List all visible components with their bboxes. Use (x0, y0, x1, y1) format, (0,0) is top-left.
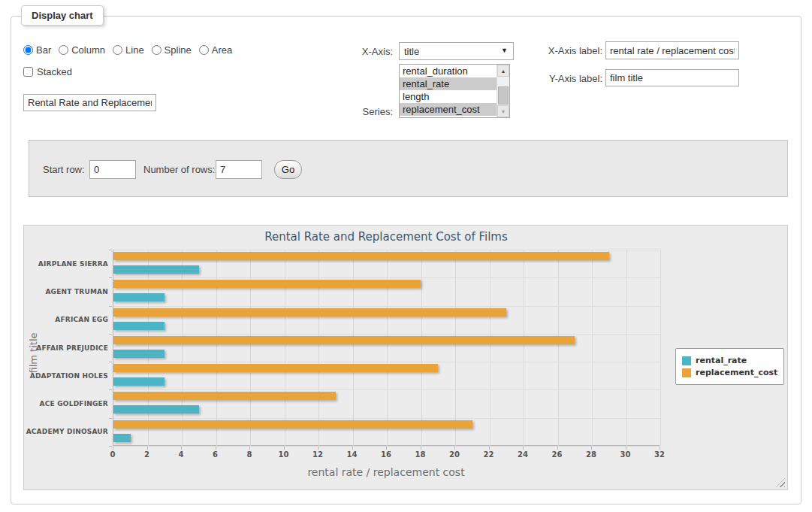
bar-rental_rate[interactable] (113, 405, 199, 414)
y-tick-mark (109, 306, 112, 307)
bar-rental_rate[interactable] (113, 265, 199, 274)
chart-title-input[interactable] (23, 94, 156, 111)
stacked-checkbox[interactable] (23, 67, 33, 77)
x-tick-label: 14 (347, 450, 358, 459)
series-option-rental_rate[interactable]: rental_rate (400, 77, 497, 90)
gridline-vertical (558, 250, 559, 446)
start-row-label: Start row: (43, 164, 85, 175)
x-tick-mark (626, 447, 626, 450)
y-tick-mark (109, 334, 112, 335)
legend-swatch-rental_rate (682, 356, 691, 365)
x-axis-title: rental rate / replacement cost (307, 466, 464, 478)
bar-rental_rate[interactable] (113, 350, 165, 358)
y-tick-mark (109, 362, 112, 362)
x-tick-mark (181, 447, 182, 450)
x-tick-label: 18 (415, 450, 426, 459)
x-axis-select[interactable]: title ▼ (399, 42, 514, 60)
series-option-replacement_cost[interactable]: replacement_cost (400, 103, 497, 116)
area-radio[interactable] (199, 45, 209, 55)
category-label: AGENT TRUMAN (24, 288, 108, 295)
category-label: ACE GOLDFINGER (24, 400, 108, 407)
y-tick-mark (109, 277, 112, 278)
x-tick-label: 24 (518, 450, 528, 459)
spline-radio[interactable] (152, 45, 161, 55)
chart-title: Rental Rate and Replacement Cost of Film… (264, 230, 508, 244)
chart-type-options: BarColumnLineSplineArea (23, 42, 240, 57)
x-tick-mark (591, 447, 592, 450)
dropdown-arrow-icon: ▼ (501, 47, 508, 54)
plot-area (113, 250, 660, 446)
scrollbar-down-icon[interactable]: ▼ (497, 105, 509, 117)
bar-rental_rate[interactable] (113, 293, 165, 301)
gridline-horizontal (113, 306, 660, 307)
series-scrollbar[interactable]: ▲ ▼ (497, 65, 509, 117)
category-label: AIRPLANE SIERRA (24, 260, 108, 268)
start-row-input[interactable] (89, 160, 136, 179)
bar-rental_rate[interactable] (113, 322, 165, 330)
x-tick-label: 8 (247, 450, 252, 459)
chart-type-line[interactable]: Line (113, 44, 144, 56)
legend-item-replacement_cost[interactable]: replacement_cost (682, 368, 777, 377)
legend-item-rental_rate[interactable]: rental_rate (682, 356, 777, 365)
x-tick-label: 2 (144, 450, 149, 459)
gridline-horizontal (113, 334, 660, 335)
number-of-rows-label: Number of rows: (143, 164, 215, 175)
y-tick-mark (109, 446, 112, 447)
x-tick-label: 0 (110, 450, 116, 459)
scrollbar-thumb[interactable] (498, 86, 509, 105)
resize-handle-icon[interactable] (776, 478, 785, 487)
chart-type-area[interactable]: Area (199, 44, 232, 56)
category-label: AFRICAN EGG (24, 316, 108, 323)
bar-replacement_cost[interactable] (113, 280, 421, 288)
bar-rental_rate[interactable] (113, 434, 131, 442)
series-option-length[interactable]: length (400, 90, 497, 103)
chart-type-bar[interactable]: Bar (23, 44, 51, 56)
chart-type-label: Bar (36, 44, 51, 56)
x-tick-mark (421, 447, 421, 450)
x-tick-label: 30 (620, 450, 631, 459)
x-tick-mark (557, 447, 558, 450)
x-tick-label: 20 (449, 450, 460, 459)
stacked-checkbox-row[interactable]: Stacked (23, 66, 72, 77)
number-of-rows-input[interactable] (216, 160, 262, 179)
x-axis-label-input[interactable] (605, 41, 739, 59)
fieldset-legend: Display chart (21, 5, 104, 26)
chart-type-column[interactable]: Column (59, 44, 105, 56)
bar-radio[interactable] (23, 45, 33, 55)
gridline-vertical (524, 250, 524, 446)
column-radio[interactable] (59, 45, 68, 55)
line-radio[interactable] (113, 45, 122, 55)
chart-type-spline[interactable]: Spline (152, 44, 192, 56)
x-tick-mark (216, 447, 216, 450)
bar-replacement_cost[interactable] (113, 308, 506, 317)
page: Display chart BarColumnLineSplineArea St… (0, 0, 812, 512)
x-tick-mark (386, 447, 387, 450)
fieldset-legend-text: Display chart (32, 10, 93, 21)
y-tick-mark (109, 389, 112, 390)
gridline-horizontal (113, 362, 660, 362)
x-tick-label: 28 (586, 450, 596, 459)
x-tick-mark (523, 447, 524, 450)
go-button[interactable]: Go (274, 160, 302, 179)
series-listbox[interactable]: rental_durationrental_ratelengthreplacem… (399, 64, 510, 118)
x-tick-mark (660, 447, 660, 450)
x-tick-label: 12 (312, 450, 323, 459)
gridline-horizontal (113, 389, 660, 390)
y-axis-label-input[interactable] (605, 69, 739, 86)
bar-rental_rate[interactable] (113, 377, 165, 386)
x-tick-mark (284, 447, 285, 450)
bar-replacement_cost[interactable] (113, 420, 472, 429)
gridline-horizontal (113, 446, 660, 447)
bar-replacement_cost[interactable] (113, 364, 438, 372)
x-axis-field-label: X-Axis: (318, 46, 393, 57)
chart-type-label: Column (71, 44, 105, 56)
x-axis-label-field-label: X-Axis label: (527, 45, 602, 56)
x-tick-label: 6 (213, 450, 218, 459)
scrollbar-up-icon[interactable]: ▲ (497, 65, 509, 77)
series-option-rental_duration[interactable]: rental_duration (400, 65, 497, 77)
bar-replacement_cost[interactable] (113, 392, 336, 400)
bar-replacement_cost[interactable] (113, 336, 575, 344)
gridline-vertical (626, 250, 627, 446)
bar-replacement_cost[interactable] (113, 252, 609, 260)
gridline-vertical (421, 250, 422, 446)
